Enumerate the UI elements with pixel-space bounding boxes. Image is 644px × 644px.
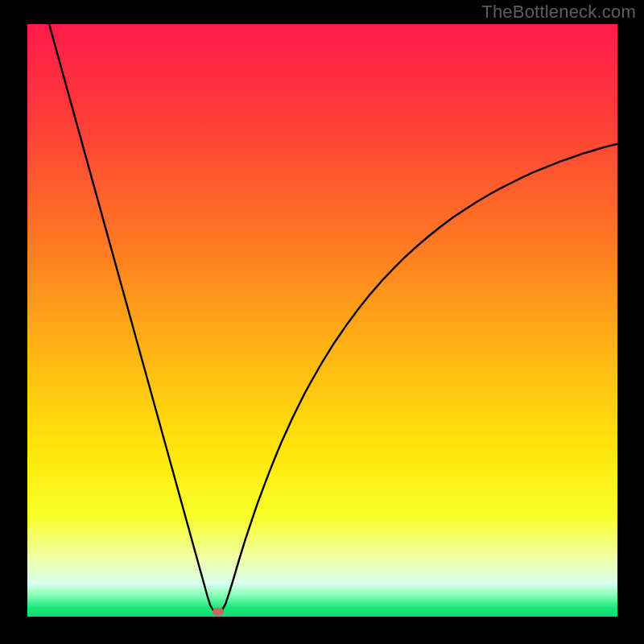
attribution-label: TheBottleneck.com bbox=[481, 2, 636, 23]
chart-background bbox=[27, 24, 617, 617]
chart-frame: TheBottleneck.com bbox=[0, 0, 644, 644]
bottleneck-chart bbox=[27, 24, 617, 617]
optimal-point-marker bbox=[213, 608, 224, 616]
